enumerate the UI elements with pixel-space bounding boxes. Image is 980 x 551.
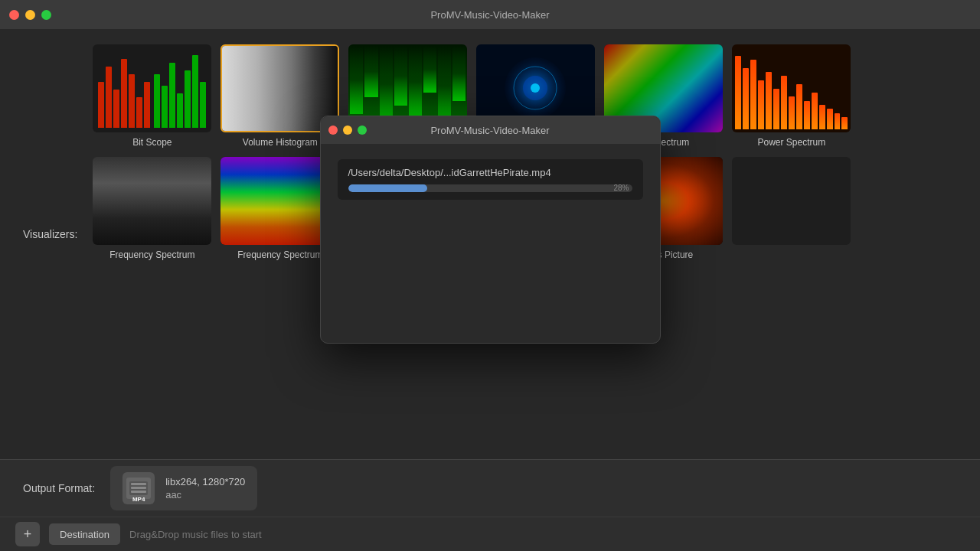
- destination-button[interactable]: Destination: [49, 523, 120, 545]
- output-format-label: Output Format:: [23, 482, 95, 494]
- mp4-label: MP4: [132, 496, 145, 503]
- file-path-text: /Users/delta/Desktop/...idGarrettHePirat…: [348, 167, 632, 178]
- close-button[interactable]: [9, 10, 19, 20]
- progress-fill: [348, 184, 428, 192]
- thumb-freq-gray[interactable]: [93, 157, 211, 245]
- progress-track: 28%: [348, 184, 632, 192]
- dialog-maximize-button[interactable]: [358, 126, 367, 135]
- thumb-item-empty3: [732, 157, 851, 260]
- thumb-label-freq-colorful: Frequency Spectrum: [237, 249, 322, 260]
- thumb-item-power-spectrum: Power Spectrum: [732, 44, 851, 148]
- thumb-label-freq-gray: Frequency Spectrum: [109, 249, 194, 260]
- dialog-close-button[interactable]: [328, 126, 338, 135]
- progress-dialog: ProMV-Music-Video-Maker /Users/delta/Des…: [320, 116, 661, 344]
- minimize-button[interactable]: [25, 10, 35, 20]
- app-title: ProMV-Music-Video-Maker: [430, 9, 549, 21]
- visualizers-label: Visualizers:: [23, 228, 77, 240]
- bottom-bar: Output Format: MP4 libx264, 980*551 aac…: [0, 459, 980, 551]
- output-audio: aac: [165, 489, 245, 500]
- action-row: + Destination Drag&Drop music files to s…: [0, 517, 980, 551]
- thumb-bit-scope[interactable]: [93, 44, 211, 132]
- add-button[interactable]: +: [15, 522, 40, 546]
- output-format-box[interactable]: MP4 libx264, 980*551 aac: [110, 466, 257, 510]
- maximize-button[interactable]: [41, 10, 51, 20]
- dialog-title: ProMV-Music-Video-Maker: [430, 125, 549, 136]
- svg-point-3: [531, 83, 540, 93]
- thumb-power-spectrum[interactable]: [732, 44, 851, 132]
- file-path-bar: /Users/delta/Desktop/...idGarrettHePirat…: [338, 159, 643, 200]
- thumb-label-bit-scope: Bit Scope: [132, 137, 172, 148]
- drag-drop-text: Drag&Drop music files to start: [129, 529, 262, 540]
- thumb-label-power-spectrum: Power Spectrum: [757, 137, 825, 148]
- output-codec: libx264, 980*551: [165, 476, 245, 487]
- dialog-minimize-button[interactable]: [343, 126, 352, 135]
- thumb-item-bit-scope: Bit Scope: [93, 44, 211, 148]
- thumb-label-volume-histogram: Volume Histogram: [243, 137, 318, 148]
- progress-percentage: 28%: [613, 184, 629, 192]
- thumb-item-freq-gray: Frequency Spectrum: [93, 157, 211, 260]
- output-format-row: Output Format: MP4 libx264, 980*551 aac: [0, 460, 980, 517]
- dialog-title-bar: ProMV-Music-Video-Maker: [321, 116, 660, 144]
- title-bar: ProMV-Music-Video-Maker: [0, 0, 980, 29]
- dialog-body: /Users/delta/Desktop/...idGarrettHePirat…: [321, 144, 660, 343]
- window-controls: [9, 10, 51, 20]
- mp4-icon: MP4: [122, 472, 155, 504]
- thumb-empty3: [732, 157, 851, 245]
- output-details: libx264, 980*551 aac: [165, 476, 245, 500]
- dialog-controls: [328, 126, 367, 135]
